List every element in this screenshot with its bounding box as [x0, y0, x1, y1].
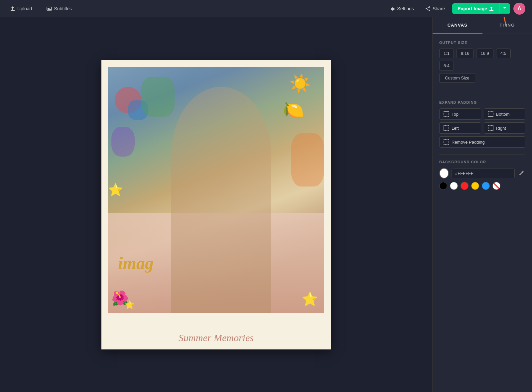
svg-rect-1: [48, 8, 50, 9]
preset-transparent[interactable]: [492, 182, 500, 190]
preset-red[interactable]: [461, 182, 468, 190]
imago-text[interactable]: imag: [118, 253, 154, 273]
size-4-5-button[interactable]: 4:5: [496, 49, 511, 58]
size-9-16-button[interactable]: 9:16: [457, 49, 473, 58]
eyedropper-button[interactable]: [517, 169, 525, 178]
padding-top-label: Top: [452, 112, 459, 117]
expand-padding-label: EXPAND PADDING: [439, 100, 525, 104]
color-input-row: [439, 168, 525, 179]
svg-rect-2: [48, 9, 51, 10]
settings-label: Settings: [397, 6, 414, 11]
share-label: Share: [433, 6, 445, 11]
sticker-lemon[interactable]: 🍋: [283, 100, 304, 120]
left-border-icon: [444, 125, 449, 131]
sticker-star-left[interactable]: ⭐: [108, 183, 123, 197]
background-color-label: BACKGROUND COLOR: [439, 160, 525, 164]
share-button[interactable]: Share: [421, 4, 449, 13]
padding-right-button[interactable]: Right: [484, 122, 526, 134]
upload-button[interactable]: Upload: [7, 4, 35, 13]
size-16-9-button[interactable]: 16:9: [476, 49, 493, 58]
chevron-down-icon: [503, 6, 507, 10]
svg-point-3: [429, 6, 430, 8]
svg-point-5: [426, 8, 427, 9]
person-shape: [171, 87, 271, 313]
padding-right-label: Right: [496, 126, 506, 131]
settings-icon: [390, 6, 395, 11]
export-label: Export Image: [458, 6, 487, 11]
divider-1: [439, 95, 525, 95]
upload-label: Upload: [17, 6, 32, 11]
svg-line-6: [427, 7, 429, 8]
upload-icon: [10, 6, 15, 11]
sidebar-tabs: CANVAS THING: [433, 17, 532, 34]
summer-memories-text[interactable]: Summer Memories: [101, 332, 331, 343]
paint-spot-3: [141, 77, 175, 117]
sidebar-content: OUTPUT SIZE 1:1 9:16 16:9 4:5 5:4 Custom…: [433, 34, 532, 203]
paint-spot-4: [111, 127, 135, 157]
padding-top-button[interactable]: Top: [439, 108, 481, 120]
right-border-icon: [488, 125, 493, 131]
subtitles-button[interactable]: Subtitles: [43, 4, 75, 13]
canvas-area: ☀️ 🍋 ⭐ imag 🌺 ⭐ ⭐ Summer Memories: [0, 17, 432, 392]
sidebar: CANVAS THING OUTPUT SIZE 1:1: [432, 17, 532, 392]
bottom-border-icon: [488, 111, 493, 117]
size-5-4-button[interactable]: 5:4: [439, 61, 454, 70]
subtitles-icon: [47, 6, 52, 11]
photo-inner: ☀️ 🍋 ⭐ imag 🌺 ⭐ ⭐: [108, 67, 324, 313]
size-buttons: 1:1 9:16 16:9 4:5 5:4: [439, 49, 525, 70]
header-right: Settings Share Export Image A: [386, 3, 525, 15]
top-border-icon: [444, 111, 449, 117]
preset-blue[interactable]: [482, 182, 490, 190]
export-button-group: Export Image: [452, 3, 510, 14]
output-size-label: OUTPUT SIZE: [439, 41, 525, 45]
padding-left-button[interactable]: Left: [439, 122, 481, 134]
padding-bottom-button[interactable]: Bottom: [484, 108, 526, 120]
export-icon: [489, 6, 494, 11]
subtitles-label: Subtitles: [54, 6, 72, 11]
arrow-pointer: [490, 17, 510, 27]
svg-point-4: [429, 10, 430, 11]
padding-bottom-label: Bottom: [496, 112, 510, 117]
app-header: Upload Subtitles Settings Share: [0, 0, 532, 17]
padding-buttons: Top Bottom Left Right: [439, 108, 525, 148]
color-presets: [439, 182, 525, 190]
hex-color-input[interactable]: [452, 169, 515, 178]
header-left: Upload Subtitles: [7, 4, 75, 13]
remove-padding-label: Remove Padding: [452, 140, 485, 145]
eyedropper-icon: [519, 170, 524, 175]
divider-2: [439, 154, 525, 155]
paint-spot-5: [291, 133, 324, 187]
export-button[interactable]: Export Image: [452, 3, 499, 14]
polaroid-frame[interactable]: ☀️ 🍋 ⭐ imag 🌺 ⭐ ⭐ Summer Memories: [101, 60, 331, 349]
preset-white[interactable]: [450, 182, 458, 190]
sticker-star-bottomright[interactable]: ⭐: [302, 291, 318, 307]
svg-line-7: [427, 9, 429, 10]
expand-padding-section: EXPAND PADDING Top Bottom Left: [439, 100, 525, 148]
export-dropdown-button[interactable]: [499, 3, 510, 14]
share-icon: [425, 6, 431, 11]
settings-button[interactable]: Settings: [386, 4, 418, 13]
background-color-section: BACKGROUND COLOR: [439, 160, 525, 190]
remove-padding-icon: [444, 139, 449, 145]
preset-yellow[interactable]: [471, 182, 479, 190]
sticker-sun[interactable]: ☀️: [289, 73, 311, 94]
size-1-1-button[interactable]: 1:1: [439, 49, 454, 58]
preset-black[interactable]: [439, 182, 447, 190]
avatar[interactable]: A: [513, 3, 525, 15]
remove-padding-button[interactable]: Remove Padding: [439, 136, 525, 148]
custom-size-button[interactable]: Custom Size: [439, 73, 475, 83]
tab-canvas[interactable]: CANVAS: [433, 17, 482, 34]
color-swatch-large[interactable]: [439, 168, 449, 179]
padding-left-label: Left: [452, 126, 459, 131]
main-content: ☀️ 🍋 ⭐ imag 🌺 ⭐ ⭐ Summer Memories CAN: [0, 17, 532, 392]
sticker-star-bottomleft[interactable]: ⭐: [125, 300, 135, 310]
